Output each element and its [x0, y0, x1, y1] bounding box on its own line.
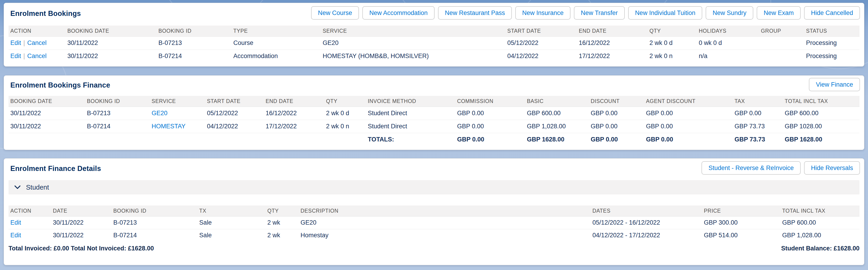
new-transfer-button[interactable]: New Transfer: [574, 6, 625, 20]
dates-cell: 04/12/2022 - 17/12/2022: [590, 229, 702, 242]
new-accommodation-button[interactable]: New Accommodation: [362, 6, 435, 20]
new-course-button[interactable]: New Course: [311, 6, 359, 20]
column-header-discount: DISCOUNT: [589, 96, 644, 107]
totals-label: TOTALS:: [366, 133, 455, 146]
invoice-method-cell: Student Direct: [366, 120, 455, 133]
column-header-total-incl-tax: TOTAL INCL TAX: [783, 96, 860, 107]
hide-reversals-button[interactable]: Hide Reversals: [804, 161, 860, 174]
column-header-holidays: HOLIDAYS: [697, 26, 759, 36]
student-balance-summary: Student Balance: £1628.00: [781, 245, 860, 252]
service-cell: HOMESTAY (HOMB&B, HOMSILVER): [321, 50, 505, 63]
cancel-link[interactable]: Cancel: [27, 53, 47, 59]
booking-date-cell: 30/11/2022: [65, 50, 157, 63]
column-header-booking-date: BOOKING DATE: [8, 96, 85, 107]
edit-link[interactable]: Edit: [10, 219, 21, 226]
totals-row: TOTALS: GBP 0.00 GBP 1628.00 GBP 0.00 GB…: [8, 133, 860, 146]
qty-cell: 2 wk 0 d: [648, 36, 697, 50]
column-header-qty: QTY: [648, 26, 697, 36]
table-row: 30/11/2022 B-07214 HOMESTAY 04/12/2022 1…: [8, 120, 860, 133]
service-cell: GE20: [150, 107, 205, 120]
new-insurance-button[interactable]: New Insurance: [515, 6, 570, 20]
column-header-service: SERVICE: [150, 96, 205, 107]
tx-cell: Sale: [197, 229, 266, 242]
table-row: Edit|Cancel 30/11/2022 B-07213 Course GE…: [8, 36, 860, 50]
student-group-toggle[interactable]: Student: [8, 180, 860, 194]
description-cell: GE20: [299, 216, 590, 229]
column-header-group: GROUP: [759, 26, 804, 36]
holidays-cell: 0 wk 0 d: [697, 36, 759, 50]
column-header-tx: TX: [197, 206, 266, 216]
tax-cell: GBP 73.73: [733, 120, 783, 133]
hide-cancelled-button[interactable]: Hide Cancelled: [804, 6, 860, 20]
discount-cell: GBP 0.00: [589, 107, 644, 120]
edit-link[interactable]: Edit: [10, 39, 21, 46]
type-cell: Accommodation: [231, 50, 321, 63]
column-header-booking-id: BOOKING ID: [85, 96, 150, 107]
booking-id-cell: B-07214: [85, 120, 150, 133]
total-incl-tax-cell: GBP 1,028.00: [780, 229, 860, 242]
total-incl-tax-cell: GBP 600.00: [783, 107, 860, 120]
column-header-qty: QTY: [324, 96, 366, 107]
column-header-booking-id: BOOKING ID: [157, 26, 231, 36]
column-header-status: STATUS: [804, 26, 860, 36]
details-table: ACTION DATE BOOKING ID TX QTY DESCRIPTIO…: [8, 206, 860, 242]
booking-date-cell: 30/11/2022: [8, 107, 85, 120]
qty-cell: 2 wk 0 n: [648, 50, 697, 63]
start-date-cell: 04/12/2022: [505, 50, 577, 63]
column-header-service: SERVICE: [321, 26, 505, 36]
action-cell: Edit: [8, 229, 51, 242]
status-cell: Processing: [804, 36, 860, 50]
student-reverse-reinvoice-button[interactable]: Student - Reverse & ReInvoice: [702, 161, 801, 174]
details-header-row: ACTION DATE BOOKING ID TX QTY DESCRIPTIO…: [8, 206, 860, 216]
page-background: Enrolment Bookings New Course New Accomm…: [0, 0, 868, 270]
service-link[interactable]: HOMESTAY: [152, 123, 186, 130]
new-individual-tuition-button[interactable]: New Individual Tuition: [628, 6, 703, 20]
totals-total-incl-tax: GBP 1628.00: [783, 133, 860, 146]
basic-cell: GBP 1,028.00: [525, 120, 589, 133]
column-header-invoice-method: INVOICE METHOD: [366, 96, 455, 107]
view-finance-button[interactable]: View Finance: [809, 78, 860, 91]
finance-header: Enrolment Bookings Finance View Finance: [4, 76, 864, 96]
column-header-tax: TAX: [733, 96, 783, 107]
total-incl-tax-cell: GBP 1028.00: [783, 120, 860, 133]
table-row: Edit 30/11/2022 B-07214 Sale 2 wk Homest…: [8, 229, 860, 242]
new-sundry-button[interactable]: New Sundry: [706, 6, 753, 20]
total-incl-tax-cell: GBP 600.00: [780, 216, 860, 229]
commission-cell: GBP 0.00: [455, 120, 525, 133]
type-cell: Course: [231, 36, 321, 50]
totals-agent-discount: GBP 0.00: [644, 133, 733, 146]
totals-tax: GBP 73.73: [733, 133, 783, 146]
group-cell: [759, 36, 804, 50]
chevron-down-icon: [14, 185, 21, 190]
edit-link[interactable]: Edit: [10, 232, 21, 239]
action-cell: Edit: [8, 216, 51, 229]
start-date-cell: 05/12/2022: [205, 107, 264, 120]
column-header-action: ACTION: [8, 26, 65, 36]
start-date-cell: 05/12/2022: [505, 36, 577, 50]
qty-cell: 2 wk 0 d: [324, 107, 366, 120]
column-header-start-date: START DATE: [505, 26, 577, 36]
details-table-wrap: ACTION DATE BOOKING ID TX QTY DESCRIPTIO…: [4, 206, 864, 242]
enrolment-bookings-card: Enrolment Bookings New Course New Accomm…: [4, 3, 864, 66]
enrolment-finance-details-card: Enrolment Finance Details Student - Reve…: [4, 158, 864, 265]
cancel-link[interactable]: Cancel: [27, 39, 47, 46]
edit-link[interactable]: Edit: [10, 53, 21, 59]
action-separator: |: [24, 39, 25, 46]
column-header-type: TYPE: [231, 26, 321, 36]
totals-basic: GBP 1628.00: [525, 133, 589, 146]
finance-toolbar: View Finance: [809, 78, 860, 91]
bookings-header-row: ACTION BOOKING DATE BOOKING ID TYPE SERV…: [8, 26, 860, 36]
new-exam-button[interactable]: New Exam: [757, 6, 801, 20]
column-header-qty: QTY: [266, 206, 299, 216]
finance-table: BOOKING DATE BOOKING ID SERVICE START DA…: [8, 96, 860, 146]
details-footer: Total Invoiced: £0.00 Total Not Invoiced…: [8, 245, 860, 252]
enrolment-bookings-finance-card: Enrolment Bookings Finance View Finance …: [4, 75, 864, 150]
new-restaurant-pass-button[interactable]: New Restaurant Pass: [438, 6, 512, 20]
service-cell: GE20: [321, 36, 505, 50]
discount-cell: GBP 0.00: [589, 120, 644, 133]
column-header-booking-id: BOOKING ID: [112, 206, 197, 216]
start-date-cell: 04/12/2022: [205, 120, 264, 133]
end-date-cell: 17/12/2022: [264, 120, 324, 133]
action-cell: Edit|Cancel: [8, 50, 65, 63]
service-link[interactable]: GE20: [152, 110, 167, 116]
